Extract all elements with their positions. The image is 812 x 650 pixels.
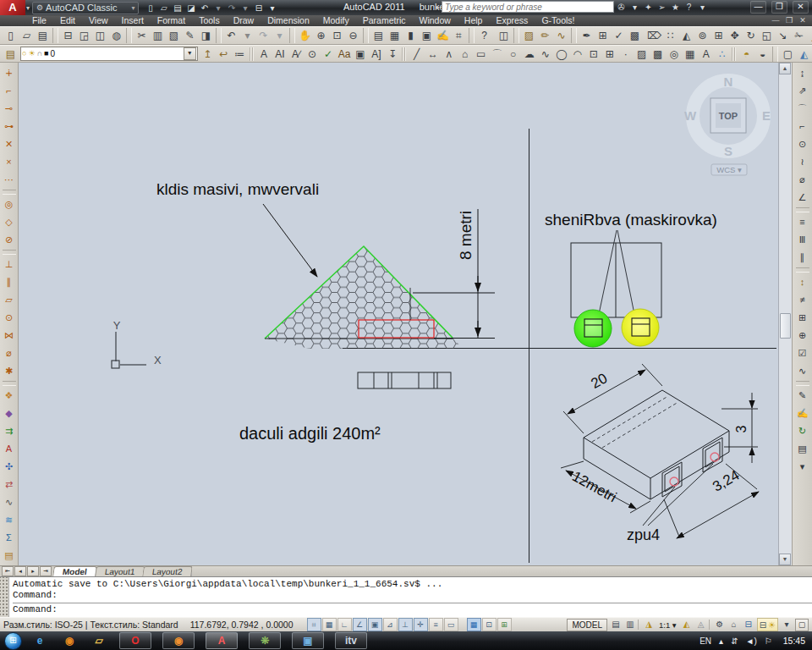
snap-tangent-icon[interactable]: ⊘ [1,231,18,249]
menu-draw[interactable]: Draw [227,15,261,26]
layer-on-icon[interactable]: ○ [22,47,26,60]
qat-plot-dropdown-icon[interactable]: ▾ [266,3,278,13]
construction-line-icon[interactable]: ↔ [425,46,441,63]
toolbar-grip[interactable] [250,47,255,61]
layer-dropdown-arrow-icon[interactable]: ▾ [184,47,196,60]
open-icon[interactable]: ▱ [19,27,35,44]
status-tray-icon[interactable]: ⊞ [497,618,512,631]
lwt-toggle[interactable]: ≡ [429,618,443,631]
pan-icon[interactable]: ✋ [297,27,313,44]
multiple-stretch-icon[interactable]: ⇄ [1,476,18,493]
point-divide-icon[interactable]: ∴ [714,46,730,63]
viewcube[interactable]: N W E S TOP WCS ▾ [684,74,771,175]
maximize-button[interactable]: ❒ [771,1,787,14]
layer-lock-icon[interactable]: ∩ [37,47,42,60]
dim-jogged-icon[interactable]: ≀ [794,153,811,171]
toolbar-grip[interactable] [732,47,737,61]
copy-nested-icon[interactable]: ⇉ [1,422,18,440]
annotation-visibility-icon[interactable]: ◭ [680,619,694,631]
tolerance-icon[interactable]: ⊞ [794,309,811,327]
entrance-label[interactable]: sheniRbva (maskirovka) [545,211,717,229]
osnap-toggle[interactable]: ▣ [368,618,382,631]
qat-open-icon[interactable]: ▱ [157,3,170,13]
edit-attribute-icon[interactable]: ✓ [611,27,627,44]
clock[interactable]: 15:45 [783,636,805,646]
edit-array-icon[interactable]: ⊞ [595,27,611,44]
annotative-object-icon[interactable]: ◭ [796,46,812,63]
width-dimension-label[interactable]: 12metri [569,468,619,505]
gun-dimension-label[interactable]: 3,24 [710,467,742,495]
hatch-icon[interactable]: ▨ [634,46,650,63]
command-prompt[interactable]: Command: [13,604,812,615]
quick-dimension-icon[interactable]: ≡ [794,213,811,231]
flatten-icon[interactable]: ∿ [1,493,18,511]
block-replace-icon[interactable]: ◆ [1,405,18,422]
undo-dropdown-icon[interactable]: ▾ [239,27,255,44]
menu-help[interactable]: Help [458,15,490,26]
length-dimension-label[interactable]: 20 [588,370,610,392]
make-object-layer-current-icon[interactable]: ↥ [200,46,216,63]
area-label[interactable]: daculi adgili 240m² [239,424,381,443]
3d-dwf-icon[interactable]: ◍ [108,27,124,44]
arc-text-icon[interactable]: A [1,440,18,458]
new-file-icon[interactable]: ▯ [3,27,19,44]
viewcube-top-face[interactable]: TOP [719,111,738,121]
dim-style-dropdown-icon[interactable]: ▾ [794,458,811,476]
justify-text-icon[interactable]: A] [368,46,384,63]
temporary-track-point-icon[interactable]: ∔ [1,64,18,82]
dim-break-icon[interactable]: ≠ [794,291,811,309]
taskbar-autocad-icon[interactable]: A [206,632,238,649]
polar-toggle[interactable]: ∠ [353,618,367,631]
tray-language[interactable]: EN [700,636,711,646]
subscription-key-icon[interactable]: ✦ [643,3,654,12]
quick-select-icon[interactable]: Σ [1,529,18,547]
snap-nearest-icon[interactable]: ⋈ [1,327,18,344]
quick-properties-icon[interactable]: ▦ [467,618,481,631]
layer-merge-icon[interactable]: ▤ [1,547,18,565]
layout-space-icon[interactable]: ▥ [623,619,637,631]
qat-save-icon[interactable]: ▤ [171,3,184,13]
command-history[interactable]: Automatic save to C:\Users\Giorgi\appdat… [9,577,812,617]
move-icon[interactable]: ✥ [727,27,743,44]
etransmit-icon[interactable]: ◫ [496,27,512,44]
gun-label[interactable]: zpu4 [627,526,660,543]
move-copy-rotate-icon[interactable]: ✣ [1,458,18,476]
snap-none-icon[interactable]: ⌀ [1,344,18,362]
workspace-dropdown[interactable]: ⚙ AutoCAD Classic ▾ [32,2,139,14]
snap-midpoint-icon[interactable]: ⊶ [1,118,18,135]
undo-icon[interactable]: ↶ [223,27,239,44]
search-binoculars-icon[interactable]: ✇ [616,3,627,12]
tray-flag-icon[interactable]: ⚐ [765,636,772,646]
dim-continue-icon[interactable]: ∥ [794,249,811,267]
scroll-down-icon[interactable]: ▼ [779,554,791,565]
taskbar-itv-icon[interactable]: itv [335,632,367,649]
taskbar-media-player-icon[interactable]: ◉ [60,633,79,648]
taskbar-explorer-icon[interactable]: ▱ [90,633,108,648]
taskbar-opera-icon[interactable]: O [119,632,151,649]
menu-edit[interactable]: Edit [53,15,82,26]
zoom-window-icon[interactable]: ⊡ [329,27,345,44]
coordinates-readout[interactable]: 117.6792, 0.7942 , 0.0000 [190,620,294,630]
doc-restore-button[interactable]: ❒ [784,15,794,26]
dim-update-icon[interactable]: ↻ [794,422,811,440]
layer-freeze-icon[interactable]: ☀ [28,47,35,60]
dim-inspect-icon[interactable]: ☑ [794,344,811,362]
status-monitor-icon[interactable]: ⊟ [742,619,755,631]
search-dropdown-icon[interactable]: ▾ [629,3,640,12]
close-button[interactable]: ✕ [793,1,809,14]
viewcube-west[interactable]: W [684,108,697,123]
menu-parametric[interactable]: Parametric [356,15,413,26]
snap-node-icon[interactable]: ⊙ [1,309,18,327]
snap-insert-icon[interactable]: ▱ [1,291,18,309]
snap-parallel-icon[interactable]: ∥ [1,273,18,291]
menu-dimension[interactable]: Dimension [261,15,316,26]
doc-minimize-button[interactable]: — [771,15,781,26]
edit-spline-icon[interactable]: ∿ [553,27,569,44]
layer-previous-icon[interactable]: ↩ [216,46,232,63]
dim-aligned-icon[interactable]: ⇗ [794,82,811,100]
rotate-icon[interactable]: ↻ [743,27,759,44]
app-logo-icon[interactable]: A [0,0,25,15]
xref-icon[interactable]: ▩ [627,27,643,44]
favorites-star-icon[interactable]: ★ [670,3,681,12]
dim-diameter-icon[interactable]: ⌀ [794,171,811,189]
